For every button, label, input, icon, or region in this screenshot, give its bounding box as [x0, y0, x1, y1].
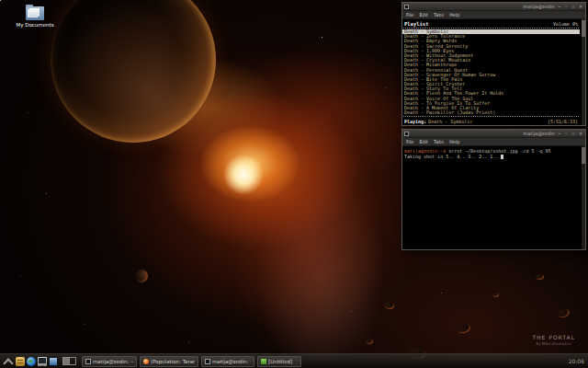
file-manager-launcher-icon[interactable] — [16, 357, 25, 366]
menubar: File Edit Tabs Help — [402, 138, 585, 146]
moc-status-label: Playing: — [404, 119, 426, 124]
task-list: matija@zedin: ~ (Population: Tarantu... … — [82, 356, 301, 367]
clock[interactable]: 20:06 — [569, 358, 584, 364]
task-button-terminal-1[interactable]: matija@zedin: ~ — [82, 356, 137, 367]
moc-playlist: Death - Symbolic Death - Zero Tolerance … — [402, 29, 580, 115]
web-browser-launcher-icon[interactable] — [27, 357, 36, 366]
scrollbar[interactable] — [582, 146, 585, 249]
task-button-untitled[interactable]: [Untitled] — [257, 356, 301, 367]
workspace-2[interactable] — [69, 358, 75, 364]
wallpaper-credit-author: By Mika Ahvenjärvi — [532, 341, 575, 346]
close-button[interactable]: ✕ — [578, 4, 583, 10]
separator — [403, 116, 579, 117]
moc-view-title: Playlist — [404, 21, 429, 27]
taskbar: matija@zedin: ~ (Population: Tarantu... … — [0, 353, 588, 368]
terminal-icon — [404, 132, 409, 136]
desktop-icon-my-documents[interactable]: My Documents — [14, 6, 56, 28]
terminal-launcher-icon[interactable] — [38, 357, 47, 366]
titlebar[interactable]: matija@zedin: ~ – ▫ ✕ — [402, 3, 585, 11]
window-title: matija@zedin: ~ — [523, 131, 561, 136]
scrollbar[interactable] — [582, 19, 585, 125]
terminal-icon — [85, 359, 91, 364]
moon — [135, 270, 148, 282]
moc-status-time: [5:51/6:33] — [548, 119, 578, 124]
menu-help[interactable]: Help — [449, 12, 459, 17]
terminal-icon — [205, 359, 210, 364]
scrollbar-thumb[interactable] — [582, 20, 585, 37]
moc-status-bar: Playing: Death - Symbolic [5:51/6:33] — [402, 118, 580, 124]
task-button-browser[interactable]: (Population: Tarantu... — [140, 356, 198, 367]
folder-icon — [26, 6, 44, 20]
maximize-button[interactable]: ▫ — [571, 131, 576, 137]
asteroid — [536, 274, 544, 280]
terminal-window-shell: matija@zedin: ~ – ▫ ✕ File Edit Tabs Hel… — [401, 129, 586, 250]
asteroid — [492, 293, 499, 297]
display-launcher-icon[interactable] — [49, 357, 58, 366]
wallpaper-credit: THE PORTAL By Mika Ahvenjärvi — [532, 334, 575, 346]
titlebar[interactable]: matija@zedin: ~ – ▫ ✕ — [402, 130, 585, 138]
close-button[interactable]: ✕ — [578, 131, 583, 137]
terminal-content-shell[interactable]: matija@zedin:~$ scrot ~/Desktop/sshot.jp… — [402, 146, 585, 249]
menubar: File Edit Tabs Help — [402, 11, 585, 19]
moc-status-track: Death - Symbolic — [428, 119, 472, 124]
moc-volume: Volume 0% — [553, 21, 578, 27]
text-cursor — [501, 155, 503, 159]
moc-header: Playlist Volume 0% — [402, 20, 580, 27]
terminal-content-moc[interactable]: Playlist Volume 0% Death - Symbolic Deat… — [402, 19, 585, 125]
stars — [0, 0, 1, 1]
shell-output-line: Taking shot in 5.. 4.. 3.. 2.. 1.. — [404, 154, 580, 159]
firefox-icon — [143, 359, 149, 364]
minimize-button[interactable]: – — [563, 131, 569, 137]
task-button-terminal-2[interactable]: matija@zedin: ~ — [201, 356, 254, 367]
menu-help[interactable]: Help — [449, 139, 459, 144]
scrollbar-thumb[interactable] — [582, 147, 585, 164]
window-title: matija@zedin: ~ — [523, 4, 561, 9]
playlist-item[interactable]: Death - Painkiller (Judas Priest) — [402, 110, 580, 115]
minimize-button[interactable]: – — [563, 4, 569, 10]
workspace-pager[interactable] — [62, 357, 76, 365]
separator — [403, 28, 579, 29]
terminal-icon — [404, 5, 409, 9]
editor-icon — [261, 359, 266, 364]
desktop-icon-label: My Documents — [14, 22, 56, 28]
menu-file[interactable]: File — [406, 12, 413, 17]
shell-output: Taking shot in 5.. 4.. 3.. 2.. 1.. — [404, 154, 501, 159]
terminal-window-playlist: matija@zedin: ~ – ▫ ✕ File Edit Tabs Hel… — [401, 2, 586, 126]
menu-edit[interactable]: Edit — [419, 12, 428, 17]
maximize-button[interactable]: ▫ — [571, 4, 576, 10]
menu-edit[interactable]: Edit — [419, 139, 428, 144]
wallpaper-credit-title: THE PORTAL — [532, 334, 575, 341]
menu-tabs[interactable]: Tabs — [434, 139, 444, 144]
menu-tabs[interactable]: Tabs — [434, 12, 444, 17]
asteroid — [366, 339, 373, 344]
desktop: THE PORTAL By Mika Ahvenjärvi My Documen… — [0, 0, 588, 368]
menu-file[interactable]: File — [406, 139, 413, 144]
show-desktop-icon[interactable] — [2, 356, 14, 367]
